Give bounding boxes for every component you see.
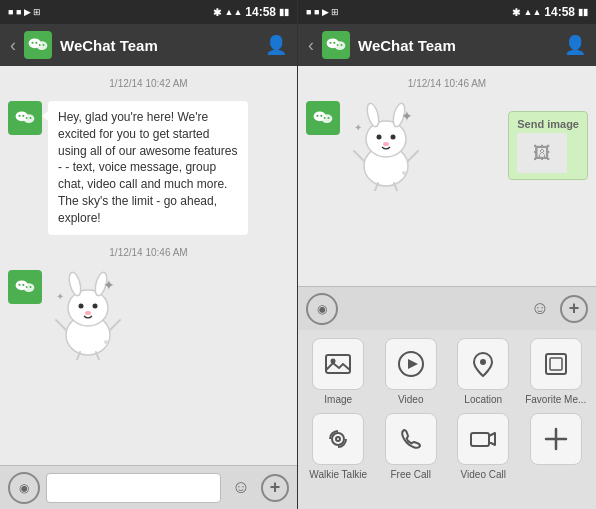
svg-point-7 bbox=[23, 114, 34, 123]
svg-point-10 bbox=[26, 117, 28, 119]
plus-button-left[interactable]: + bbox=[261, 474, 289, 502]
svg-point-15 bbox=[22, 283, 24, 285]
app-icon-videocall bbox=[457, 413, 509, 465]
back-button-left[interactable]: ‹ bbox=[10, 35, 16, 56]
bluetooth-icon-right: ✱ bbox=[512, 7, 520, 18]
app-icon-video bbox=[385, 338, 437, 390]
status-bar-left: ■ ■ ▶ ⊞ ✱ ▲▲ 14:58 ▮▮ bbox=[0, 0, 297, 24]
chat-area-right: 1/12/14 10:46 AM bbox=[298, 66, 596, 286]
header-title-right: WeChat Team bbox=[358, 37, 556, 54]
plus-icon-left: + bbox=[270, 477, 281, 498]
battery-icon-right: ▮▮ bbox=[578, 7, 588, 17]
svg-point-41 bbox=[320, 115, 322, 117]
app-item-walkie[interactable]: Walkie Talkie bbox=[306, 413, 371, 480]
svg-point-23 bbox=[93, 303, 98, 308]
svg-point-16 bbox=[26, 286, 28, 288]
app-item-video[interactable]: Video bbox=[379, 338, 444, 405]
svg-line-53 bbox=[354, 151, 364, 161]
extras-bar-right: ◉ ☺ + bbox=[298, 286, 596, 330]
voice-icon-left: ◉ bbox=[19, 481, 29, 495]
message-row-right-1: ✦ ✦ bbox=[306, 101, 426, 196]
svg-point-2 bbox=[31, 42, 33, 44]
message-row-2: ✦ ✦ bbox=[8, 270, 289, 365]
header-title-left: WeChat Team bbox=[60, 37, 257, 54]
svg-text:✦: ✦ bbox=[103, 277, 115, 293]
app-item-favorite[interactable]: Favorite Me... bbox=[524, 338, 589, 405]
user-icon-left: 👤 bbox=[265, 34, 287, 56]
svg-point-35 bbox=[333, 42, 335, 44]
header-right: ‹ WeChat Team 👤 bbox=[298, 24, 596, 66]
svg-point-36 bbox=[337, 44, 339, 46]
left-panel: ■ ■ ▶ ⊞ ✱ ▲▲ 14:58 ▮▮ ‹ WeChat Team 👤 1/… bbox=[0, 0, 298, 509]
svg-point-40 bbox=[316, 115, 318, 117]
svg-point-5 bbox=[43, 44, 45, 46]
avatar-right-1 bbox=[306, 101, 340, 135]
status-bar-right: ■ ■ ▶ ⊞ ✱ ▲▲ 14:58 ▮▮ bbox=[298, 0, 596, 24]
avatar-left-1 bbox=[8, 101, 42, 135]
svg-point-33 bbox=[334, 41, 345, 50]
time-right: 14:58 bbox=[544, 5, 575, 19]
svg-rect-63 bbox=[546, 354, 566, 374]
svg-rect-58 bbox=[326, 355, 350, 373]
app-item-freecall[interactable]: Free Call bbox=[379, 413, 444, 480]
app-label-favorite: Favorite Me... bbox=[525, 394, 586, 405]
emoji-button-left[interactable]: ☺ bbox=[227, 474, 255, 502]
app-label-image: Image bbox=[324, 394, 352, 405]
app-label-location: Location bbox=[464, 394, 502, 405]
svg-point-37 bbox=[341, 44, 343, 46]
svg-marker-61 bbox=[408, 359, 418, 369]
app-label-video: Video bbox=[398, 394, 423, 405]
svg-marker-68 bbox=[489, 433, 495, 445]
avatar-left-2 bbox=[8, 270, 42, 304]
svg-point-13 bbox=[23, 283, 34, 292]
apps-grid: Image Video Location Favorite Me... Wal bbox=[298, 330, 596, 509]
svg-point-9 bbox=[22, 115, 24, 117]
chat-input-left[interactable] bbox=[46, 473, 221, 503]
svg-point-20 bbox=[67, 271, 83, 297]
svg-point-46 bbox=[365, 102, 381, 128]
timestamp-right-1: 1/12/14 10:46 AM bbox=[306, 78, 588, 89]
emoji-button-right[interactable]: ☺ bbox=[526, 295, 554, 323]
signal-icon-right: ▲▲ bbox=[523, 7, 541, 17]
svg-point-14 bbox=[18, 283, 20, 285]
svg-point-49 bbox=[391, 135, 396, 140]
svg-point-24 bbox=[85, 311, 91, 315]
svg-point-62 bbox=[480, 359, 486, 365]
voice-button-left[interactable]: ◉ bbox=[8, 472, 40, 504]
app-icon-favorite bbox=[530, 338, 582, 390]
plus-button-right[interactable]: + bbox=[560, 295, 588, 323]
svg-line-27 bbox=[56, 320, 66, 330]
svg-point-3 bbox=[35, 42, 37, 44]
svg-point-48 bbox=[377, 135, 382, 140]
status-left-icons: ■ ■ ▶ ⊞ bbox=[8, 7, 41, 17]
app-icon-walkie bbox=[312, 413, 364, 465]
battery-icon: ▮▮ bbox=[279, 7, 289, 17]
svg-point-22 bbox=[79, 303, 84, 308]
svg-point-66 bbox=[336, 437, 340, 441]
svg-rect-64 bbox=[550, 358, 562, 370]
right-panel: ■ ■ ▶ ⊞ ✱ ▲▲ 14:58 ▮▮ ‹ WeChat Team 👤 1/… bbox=[298, 0, 596, 509]
header-left: ‹ WeChat Team 👤 bbox=[0, 24, 297, 66]
status-right-icons-right: ✱ ▲▲ 14:58 ▮▮ bbox=[512, 5, 588, 19]
svg-point-39 bbox=[321, 114, 332, 123]
app-item-videocall[interactable]: Video Call bbox=[451, 413, 516, 480]
timestamp-1: 1/12/14 10:42 AM bbox=[8, 78, 289, 89]
app-item-location[interactable]: Location bbox=[451, 338, 516, 405]
svg-point-1 bbox=[36, 41, 47, 50]
plus-icon-right: + bbox=[569, 298, 580, 319]
bluetooth-icon: ✱ bbox=[213, 7, 221, 18]
svg-point-50 bbox=[383, 142, 389, 146]
app-label-freecall: Free Call bbox=[390, 469, 431, 480]
chat-area-left: 1/12/14 10:42 AM Hey, glad you're here! … bbox=[0, 66, 297, 465]
back-button-right[interactable]: ‹ bbox=[308, 35, 314, 56]
app-item-more[interactable] bbox=[524, 413, 589, 480]
app-item-image[interactable]: Image bbox=[306, 338, 371, 405]
app-icon-location bbox=[457, 338, 509, 390]
emoji-icon-right: ☺ bbox=[531, 298, 549, 319]
emoji-icon-left: ☺ bbox=[232, 477, 250, 498]
notification-icons: ■ ■ ▶ ⊞ bbox=[8, 7, 41, 17]
voice-button-right[interactable]: ◉ bbox=[306, 293, 338, 325]
svg-point-57 bbox=[402, 171, 406, 175]
time-left: 14:58 bbox=[245, 5, 276, 19]
svg-text:✦: ✦ bbox=[56, 291, 64, 302]
